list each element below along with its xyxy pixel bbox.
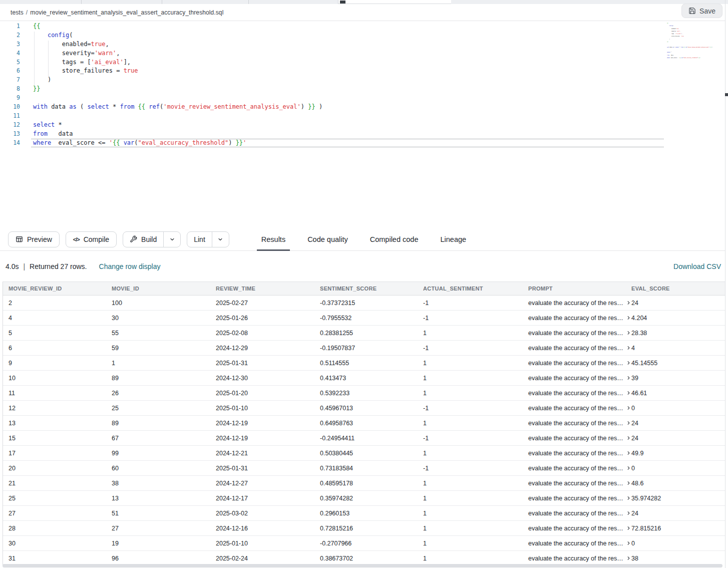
prompt-preview-text: evaluate the accuracy of the res… [528, 540, 623, 547]
cell-actual-sentiment: 1 [423, 330, 528, 337]
save-icon [688, 7, 696, 15]
cell-review-time: 2025-01-10 [216, 405, 320, 412]
lint-button[interactable]: Lint [187, 232, 212, 247]
build-dropdown-button[interactable] [163, 232, 180, 247]
code-line[interactable]: 12select * [0, 121, 725, 130]
code-editor[interactable]: 1{{2 config(3 enabled=true,4 severity='w… [0, 22, 725, 228]
prompt-preview-text: evaluate the accuracy of the res… [528, 495, 623, 502]
code-line[interactable]: 4 severity='warn', [0, 49, 725, 58]
line-number: 5 [0, 58, 20, 67]
code-line[interactable]: 1{{ [0, 22, 725, 31]
horizontal-scrollbar[interactable] [3, 564, 722, 567]
download-csv-link[interactable]: Download CSV [673, 262, 721, 270]
code-text: enabled=true, [33, 40, 109, 49]
cell-movie-review-id: 5 [9, 330, 112, 337]
cell-actual-sentiment: -1 [423, 300, 528, 307]
prompt-preview-text: evaluate the accuracy of the res… [528, 375, 623, 382]
prompt-expand-chevron-icon[interactable] [626, 420, 631, 426]
cell-eval-score: 0 [631, 465, 725, 472]
cell-prompt: evaluate the accuracy of the res… [528, 315, 631, 322]
tab-results[interactable]: Results [260, 228, 287, 251]
prompt-expand-chevron-icon[interactable] [626, 435, 631, 441]
table-row: 912025-01-310.51145551evaluate the accur… [3, 356, 725, 371]
prompt-expand-chevron-icon[interactable] [626, 555, 631, 561]
compile-button[interactable]: </> Compile [66, 231, 117, 247]
code-brackets-icon: </> [73, 236, 80, 242]
file-header: tests/movie_review_sentiment_analysis_ev… [0, 5, 725, 21]
cell-review-time: 2025-03-02 [216, 510, 320, 517]
cell-movie-id: 96 [112, 555, 216, 562]
prompt-expand-chevron-icon[interactable] [626, 330, 631, 336]
cell-eval-score: 72.815216 [631, 525, 725, 532]
top-tab-segment[interactable] [162, 0, 249, 4]
prompt-expand-chevron-icon[interactable] [626, 510, 631, 516]
cell-prompt: evaluate the accuracy of the res… [528, 405, 631, 412]
code-line[interactable]: 8}} [0, 85, 725, 94]
code-line[interactable]: 3 enabled=true, [0, 40, 725, 49]
cell-movie-id: 59 [112, 345, 216, 352]
breadcrumb-dir[interactable]: tests [11, 9, 24, 16]
top-tab-segment[interactable] [0, 0, 82, 4]
cell-sentiment-score: -0.7955532 [320, 315, 423, 322]
code-line[interactable]: 11 [0, 112, 725, 121]
cell-actual-sentiment: -1 [423, 315, 528, 322]
table-row: 10892024-12-300.4134731evaluate the accu… [3, 371, 725, 386]
cell-actual-sentiment: 1 [423, 390, 528, 397]
code-text: from data [33, 130, 73, 139]
prompt-expand-chevron-icon[interactable] [626, 360, 631, 366]
compile-label: Compile [84, 235, 109, 243]
table-row: 12252025-01-100.45967013-1evaluate the a… [3, 401, 725, 416]
prompt-expand-chevron-icon[interactable] [626, 375, 631, 381]
table-row: 4302025-01-26-0.7955532-1evaluate the ac… [3, 311, 725, 326]
table-row: 15672024-12-19-0.24954411-1evaluate the … [3, 431, 725, 446]
code-line[interactable]: 7 ) [0, 76, 725, 85]
code-line[interactable]: 14where eval_score <= '{{ var("eval_accu… [0, 139, 725, 148]
cell-review-time: 2025-01-20 [216, 390, 320, 397]
cell-eval-score: 28.38 [631, 330, 725, 337]
prompt-expand-chevron-icon[interactable] [626, 345, 631, 351]
prompt-expand-chevron-icon[interactable] [626, 300, 631, 306]
prompt-expand-chevron-icon[interactable] [626, 495, 631, 501]
cell-movie-review-id: 28 [9, 525, 112, 532]
code-line[interactable]: 2 config( [0, 31, 725, 40]
line-number: 3 [0, 40, 20, 49]
minimap[interactable]: {{ config( enabled=true, severity='warn'… [667, 22, 723, 59]
prompt-expand-chevron-icon[interactable] [626, 390, 631, 396]
code-line[interactable]: 9 [0, 94, 725, 103]
preview-button[interactable]: Preview [8, 231, 60, 247]
cell-review-time: 2024-12-19 [216, 420, 320, 427]
cell-actual-sentiment: 1 [423, 525, 528, 532]
top-tab-segment[interactable] [82, 0, 162, 4]
line-number: 14 [0, 139, 20, 148]
cell-review-time: 2024-12-17 [216, 495, 320, 502]
top-tab-segment[interactable] [249, 0, 338, 4]
cell-review-time: 2025-01-31 [216, 465, 320, 472]
prompt-preview-text: evaluate the accuracy of the res… [528, 330, 623, 337]
cell-review-time: 2024-12-16 [216, 525, 320, 532]
prompt-expand-chevron-icon[interactable] [626, 405, 631, 411]
prompt-expand-chevron-icon[interactable] [626, 315, 631, 321]
save-button[interactable]: Save [681, 4, 722, 18]
table-body: 21002025-02-27-0.37372315-1evaluate the … [3, 296, 725, 565]
prompt-expand-chevron-icon[interactable] [626, 480, 631, 486]
scrollbar-position-mark [725, 93, 728, 96]
prompt-expand-chevron-icon[interactable] [626, 525, 631, 531]
prompt-preview-text: evaluate the accuracy of the res… [528, 525, 623, 532]
code-line[interactable]: 6 store_failures = true [0, 67, 725, 76]
line-number: 1 [0, 22, 20, 31]
prompt-expand-chevron-icon[interactable] [626, 450, 631, 456]
build-button[interactable]: Build [123, 232, 163, 247]
horizontal-scrollbar-thumb[interactable] [3, 564, 722, 567]
code-line[interactable]: 13from data [0, 130, 725, 139]
tab-lineage[interactable]: Lineage [439, 228, 468, 251]
prompt-expand-chevron-icon[interactable] [626, 540, 631, 546]
code-text: where eval_score <= '{{ var("eval_accura… [33, 139, 246, 148]
change-row-display-link[interactable]: Change row display [99, 262, 161, 270]
code-line[interactable]: 10with data as ( select * from {{ ref('m… [0, 103, 725, 112]
cell-review-time: 2024-12-27 [216, 480, 320, 487]
lint-dropdown-button[interactable] [212, 232, 229, 247]
tab-compiled-code[interactable]: Compiled code [369, 228, 420, 251]
prompt-expand-chevron-icon[interactable] [626, 465, 631, 471]
code-line[interactable]: 5 tags = ['ai_eval'], [0, 58, 725, 67]
tab-code-quality[interactable]: Code quality [306, 228, 349, 251]
